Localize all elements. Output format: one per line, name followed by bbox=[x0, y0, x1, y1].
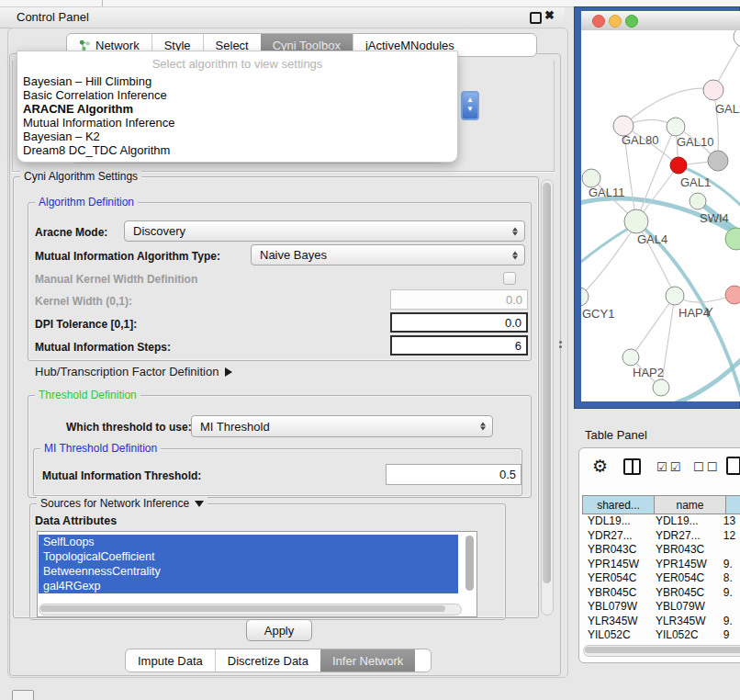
table-row[interactable]: YDL19...YDL19...13 bbox=[582, 514, 740, 529]
network-edge[interactable] bbox=[623, 88, 713, 126]
dropdown-item[interactable]: Mutual Information Inference bbox=[21, 116, 454, 130]
table-cell: YLR345W bbox=[650, 615, 718, 629]
list-hscrollbar[interactable] bbox=[39, 604, 462, 615]
gear-icon[interactable]: ⚙ bbox=[592, 456, 608, 477]
dropdown-item[interactable]: Basic Correlation Inference bbox=[21, 88, 454, 102]
zoom-traffic-light[interactable] bbox=[625, 15, 638, 28]
bottom-tab-discretize-data[interactable]: Discretize Data bbox=[215, 649, 320, 672]
manual-kernel-width-checkbox[interactable] bbox=[503, 272, 516, 285]
settings-scrollbar-thumb[interactable] bbox=[543, 183, 551, 583]
aracne-mode-value: Discovery bbox=[133, 224, 185, 238]
network-node-gcy1[interactable] bbox=[581, 288, 589, 306]
aracne-mode-combo[interactable]: Discovery bbox=[124, 220, 525, 242]
dropdown-item[interactable]: ARACNE Algorithm bbox=[21, 102, 454, 116]
dropdown-item[interactable]: Bayesian – Hill Climbing bbox=[21, 74, 454, 88]
settings-scrollbar[interactable] bbox=[541, 179, 554, 615]
apply-button[interactable]: Apply bbox=[246, 619, 312, 641]
dock-widget-partial[interactable] bbox=[12, 690, 34, 700]
select-all-checkboxes-icon[interactable]: ☑☑ bbox=[656, 460, 683, 474]
bottom-tab-impute-data[interactable]: Impute Data bbox=[126, 649, 215, 672]
network-edge[interactable] bbox=[631, 296, 675, 357]
table-cell: YDL19... bbox=[582, 514, 650, 529]
table-hscrollbar-thumb[interactable] bbox=[585, 647, 740, 653]
deselect-all-checkboxes-icon[interactable]: ☐☐ bbox=[693, 460, 720, 474]
attribute-item-selected[interactable]: BetweennessCentrality bbox=[39, 564, 458, 579]
panel-splitter-handle[interactable] bbox=[559, 339, 562, 350]
network-node-swi4[interactable] bbox=[690, 193, 706, 209]
column-header-shared...[interactable]: shared... bbox=[582, 495, 655, 514]
table-row[interactable]: YLR345WYLR345W9. bbox=[582, 615, 740, 629]
data-attributes-rows: SelfLoopsTopologicalCoefficientBetweenne… bbox=[38, 535, 477, 593]
close-icon[interactable]: ✖ bbox=[544, 8, 555, 22]
table-row[interactable]: YBL079WYBL079W bbox=[582, 600, 740, 615]
table-header-row: shared...name bbox=[582, 495, 740, 514]
network-canvas[interactable]: GAL2GAL80GAL10GAL1GAL11SWI4GAL4GCY1HAP4Y… bbox=[581, 30, 740, 401]
table-cell: YBR043C bbox=[650, 543, 718, 558]
hub-transcription-factor-section[interactable]: Hub/Transcription Factor Definition bbox=[35, 365, 232, 378]
dropdown-item[interactable]: Dream8 DC_TDC Algorithm bbox=[21, 143, 454, 157]
table-row[interactable]: YER054CYER054C8. bbox=[582, 571, 740, 586]
attribute-item-selected[interactable]: gal4RGexp bbox=[39, 579, 458, 593]
algorithm-combo-spinner-partial[interactable]: ▲▼ bbox=[461, 91, 479, 120]
node-label: Y bbox=[705, 305, 713, 319]
table-cell: YBR045C bbox=[582, 586, 650, 601]
network-node-hap4[interactable] bbox=[666, 287, 684, 305]
table-cell: YBR045C bbox=[650, 586, 718, 601]
mi-threshold-field[interactable]: 0.5 bbox=[386, 464, 521, 485]
screen: Control Panel ✖ ▲▼ NetworkStyleSelectCyn… bbox=[0, 0, 740, 700]
table-hscrollbar[interactable] bbox=[583, 645, 740, 657]
mi-steps-field[interactable]: 6 bbox=[390, 335, 528, 356]
network-node-gal10[interactable] bbox=[667, 118, 685, 136]
which-threshold-combo[interactable]: MI Threshold bbox=[191, 415, 493, 437]
dpi-tolerance-field[interactable]: 0.0 bbox=[390, 312, 528, 333]
network-node[interactable] bbox=[725, 228, 740, 250]
list-vscrollbar-thumb[interactable] bbox=[465, 536, 474, 591]
table-row[interactable]: YDR27...YDR27...12 bbox=[582, 529, 740, 544]
dpi-tolerance-label: DPI Tolerance [0,1]: bbox=[35, 318, 137, 331]
export-table-icon[interactable] bbox=[726, 457, 740, 475]
table-row[interactable]: YBR045CYBR045C9. bbox=[582, 586, 740, 601]
list-hscrollbar-thumb[interactable] bbox=[40, 605, 445, 612]
network-node[interactable] bbox=[708, 151, 728, 171]
network-node-gal11[interactable] bbox=[582, 169, 600, 187]
node-label: GAL10 bbox=[677, 135, 713, 149]
combo-arrows-icon bbox=[512, 251, 518, 259]
network-window-titlebar[interactable] bbox=[581, 11, 740, 31]
data-attributes-list[interactable]: SelfLoopsTopologicalCoefficientBetweenne… bbox=[37, 531, 477, 617]
network-node-gal2[interactable] bbox=[703, 80, 723, 100]
attribute-item-selected[interactable]: TopologicalCoefficient bbox=[39, 549, 458, 564]
column-header-clipped[interactable] bbox=[726, 495, 740, 514]
network-node-gal1[interactable] bbox=[670, 157, 687, 174]
table-cell: 13 bbox=[718, 514, 740, 529]
attribute-item-selected[interactable]: SelfLoops bbox=[39, 535, 458, 549]
column-header-name[interactable]: name bbox=[655, 495, 726, 514]
table-row[interactable]: YPR145WYPR145W9. bbox=[582, 558, 740, 572]
network-edge[interactable] bbox=[581, 225, 636, 297]
network-edge[interactable] bbox=[581, 225, 634, 269]
column-layout-icon[interactable] bbox=[623, 458, 641, 475]
kernel-width-field[interactable]: 0.0 bbox=[390, 289, 528, 310]
mi-algorithm-type-combo[interactable]: Naive Bayes bbox=[251, 244, 525, 265]
table-cell: 9. bbox=[718, 586, 740, 601]
network-node-hap2[interactable] bbox=[622, 349, 639, 366]
node-label: GAL11 bbox=[589, 186, 625, 199]
float-window-icon[interactable] bbox=[530, 12, 542, 24]
algorithm-definition-title: Algorithm Definition bbox=[35, 196, 138, 209]
dropdown-item[interactable]: Bayesian – K2 bbox=[21, 130, 454, 143]
network-edge[interactable] bbox=[713, 90, 718, 161]
node-label: SWI4 bbox=[700, 211, 729, 225]
sources-group-title[interactable]: Sources for Network Inference bbox=[37, 497, 207, 510]
network-node[interactable] bbox=[653, 379, 669, 396]
close-traffic-light[interactable] bbox=[592, 15, 605, 28]
table-row[interactable]: YIL052CYIL052C9 bbox=[582, 628, 740, 643]
minimize-traffic-light[interactable] bbox=[609, 15, 622, 28]
network-node[interactable] bbox=[734, 30, 740, 47]
bottom-tab-infer-network[interactable]: Infer Network bbox=[320, 649, 415, 672]
network-node-gal4[interactable] bbox=[624, 209, 648, 233]
network-view-frame[interactable]: GAL2GAL80GAL10GAL1GAL11SWI4GAL4GCY1HAP4Y… bbox=[574, 6, 740, 409]
hub-transcription-factor-label: Hub/Transcription Factor Definition bbox=[35, 365, 219, 378]
table-cell: 9 bbox=[718, 628, 740, 643]
bottom-tab-bar: Impute DataDiscretize DataInfer Network bbox=[125, 649, 432, 672]
table-row[interactable]: YBR043CYBR043C bbox=[582, 543, 740, 558]
network-node-y[interactable] bbox=[725, 286, 740, 304]
